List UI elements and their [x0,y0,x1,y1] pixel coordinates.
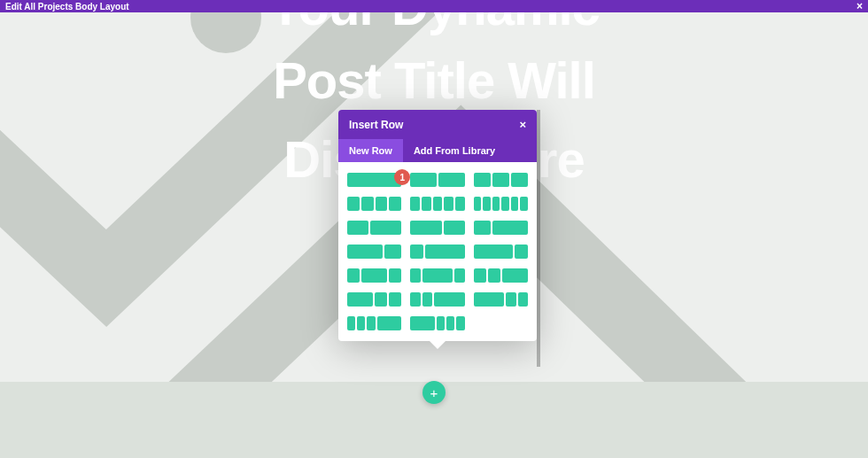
layout-option-3-4_1-4[interactable] [474,245,528,259]
layout-column [347,197,360,211]
layout-column [410,173,437,187]
layout-column [347,316,355,330]
layout-column [518,292,528,307]
layout-column [433,197,443,211]
topbar-title: Edit All Projects Body Layout [5,2,129,12]
layout-column [455,197,465,211]
layout-column [492,197,500,211]
layout-column [474,197,482,211]
layout-column [438,173,465,187]
annotation-badge-1: 1 [394,169,410,185]
layout-option-1-6x3_1-2[interactable] [347,316,401,330]
layout-column [367,316,375,330]
layout-option-1-5_1-5_3-5[interactable] [410,292,464,307]
layout-option-1-2_1-6x3[interactable] [410,316,464,330]
layout-column [410,197,420,211]
layout-column [474,292,504,307]
add-row-button[interactable]: + [422,381,446,404]
layout-column [376,197,388,211]
layout-column [425,245,465,259]
layout-column [483,197,491,211]
layout-column [456,316,464,330]
layout-column [361,268,387,283]
layout-column [506,292,515,307]
layout-column [389,197,401,211]
layout-column [492,221,528,235]
layout-column [520,197,528,211]
layout-column [422,268,453,283]
topbar: Edit All Projects Body Layout × [0,0,868,12]
layout-column [511,197,519,211]
layout-option-2-3_1-3[interactable] [347,245,401,259]
layout-column [377,316,402,330]
layout-option-4col[interactable] [347,197,401,211]
layout-option-3-5_1-5_1-5[interactable] [474,292,528,307]
layout-column [347,268,360,283]
layout-column [410,221,442,235]
layout-column [384,245,402,259]
layout-option-2-5_3-5[interactable] [347,221,401,235]
layout-column [454,268,464,283]
layout-column [474,221,492,235]
layout-option-1-4_3-4[interactable] [410,245,464,259]
layout-column [492,173,509,187]
layout-option-3-5_2-5[interactable] [410,221,464,235]
modal-header: Insert Row × [338,110,537,139]
layout-column [347,292,373,307]
layout-column [410,316,435,330]
layout-column [347,245,383,259]
layout-column [375,292,387,307]
layout-column [410,292,420,307]
layout-column [501,197,509,211]
layout-column [389,292,401,307]
modal-shadow [537,110,540,367]
layout-option-6col[interactable] [474,197,528,211]
tab-new-row[interactable]: New Row [338,139,403,162]
layout-option-1col[interactable]: 1 [347,173,401,187]
layout-option-2col[interactable] [410,173,464,187]
layout-column [474,268,486,283]
layout-column [422,292,432,307]
layout-column [347,173,401,187]
layout-column [357,316,365,330]
layout-option-5col[interactable] [410,197,464,211]
modal-tabs: New Row Add From Library [338,139,537,162]
layout-option-3col[interactable] [474,173,528,187]
layout-option-1-4_1-4_1-2[interactable] [474,268,528,283]
layout-option-1-3_2-3[interactable] [474,221,528,235]
plus-icon: + [430,385,438,400]
close-icon[interactable]: × [519,118,526,131]
layout-column [474,173,491,187]
layout-column [474,245,514,259]
layout-option-1-5_3-5_1-5[interactable] [410,268,464,283]
layout-column [410,245,423,259]
layout-column [389,268,401,283]
layout-column [361,197,374,211]
layout-column [422,197,431,211]
layout-column [444,197,453,211]
layout-option-1-2_1-4_1-4[interactable] [347,292,401,307]
layout-column [347,221,368,235]
layout-column [437,316,445,330]
layout-column [488,268,500,283]
modal-title: Insert Row [349,119,403,131]
layout-column [434,292,464,307]
layout-column [444,221,465,235]
layout-column [515,245,528,259]
insert-row-modal: Insert Row × New Row Add From Library 1 [338,110,537,341]
layout-column [446,316,454,330]
layout-option-1-4_1-2_1-4[interactable] [347,268,401,283]
layout-column [370,221,402,235]
close-icon[interactable]: × [856,1,863,12]
row-layout-grid: 1 [338,162,537,341]
layout-column [511,173,528,187]
tab-add-from-library[interactable]: Add From Library [403,139,506,162]
svg-point-0 [190,12,261,53]
layout-column [410,268,420,283]
layout-column [502,268,528,283]
